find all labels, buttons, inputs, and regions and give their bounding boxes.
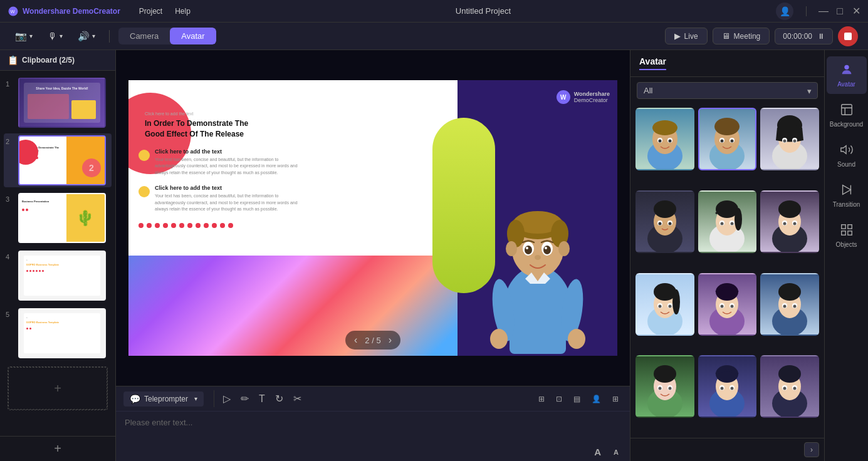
camera-tab[interactable]: Camera: [118, 28, 170, 44]
slide-section2-title: Click here to add the text: [155, 185, 298, 191]
page-counter: 2 / 5: [365, 336, 380, 345]
svg-point-104: [778, 365, 801, 383]
avatar-panel-footer: ›: [630, 438, 824, 461]
avatar-filter-select[interactable]: All Male Female Cartoon: [637, 82, 818, 99]
font-decrease-btn[interactable]: A: [610, 447, 622, 457]
svg-point-25: [652, 120, 677, 135]
avatar-card-10[interactable]: [635, 355, 694, 418]
avatar-scroll-right-btn[interactable]: ›: [804, 442, 819, 457]
menu-project[interactable]: Project: [139, 7, 162, 16]
user-account-btn[interactable]: 👤: [776, 3, 793, 20]
avatar-card-3[interactable]: [760, 108, 819, 170]
view-btn-3[interactable]: ▤: [570, 392, 584, 406]
next-slide-btn[interactable]: ›: [389, 334, 392, 346]
avatar-card-8[interactable]: [698, 273, 757, 336]
background-sidebar-label: Background: [830, 121, 863, 128]
sidebar-item-background[interactable]: Background: [827, 96, 867, 134]
view-btn-2[interactable]: ⊡: [552, 392, 566, 406]
meeting-label: Meeting: [734, 32, 761, 41]
teleprompter-toggle[interactable]: 💬 Teleprompter ▾: [123, 391, 204, 407]
avatar-card-5[interactable]: [698, 190, 757, 253]
slide-text-2: Click here to add the text Your text has…: [155, 185, 298, 213]
svg-point-107: [783, 387, 787, 390]
brand-name: Wondershare DemoCreator: [23, 7, 120, 16]
meeting-btn[interactable]: 🖥 Meeting: [713, 28, 770, 44]
pause-icon: ⏸: [817, 32, 825, 41]
avatar-card-1[interactable]: [635, 108, 694, 170]
slide-item-2[interactable]: 2 In Order To Demonstrate The Good Effec…: [4, 133, 112, 187]
avatar-filter-wrapper: All Male Female Cartoon: [637, 82, 818, 99]
teleprompter-bar: 💬 Teleprompter ▾ ▷ ✏ T ↻ ✂ ⊞ ⊡ ▤ 👤 ⊞: [116, 386, 630, 461]
svg-point-73: [668, 304, 671, 308]
live-btn[interactable]: ▶ Live: [665, 28, 708, 44]
slide-item-5[interactable]: 5 + GOPRO Business Template: [4, 306, 112, 360]
teleprompter-toolbar: ▷ ✏ T ↻ ✂: [214, 390, 530, 407]
view-btn-4[interactable]: 👤: [588, 392, 605, 406]
slide-item-4[interactable]: 4 + GOPRO Business Template: [4, 249, 112, 303]
teleprompter-repeat-btn[interactable]: ↻: [271, 390, 287, 407]
avatar-card-9[interactable]: [760, 273, 819, 336]
slide-section1-body: Your text has been, concise and beautifu…: [155, 157, 298, 177]
close-btn[interactable]: ✕: [852, 7, 860, 16]
teleprompter-scissors-btn[interactable]: ✂: [290, 390, 305, 407]
slide-item-1[interactable]: 1 Share Your Idea, Dazzle The World!: [4, 76, 112, 130]
sidebar-item-objects[interactable]: Objects: [827, 217, 867, 254]
avatar-card-11[interactable]: [698, 355, 757, 418]
avatar-sidebar-label: Avatar: [837, 81, 855, 88]
svg-marker-112: [842, 185, 850, 195]
sidebar-item-avatar[interactable]: Avatar: [827, 56, 867, 94]
timer-value: 00:00:00: [783, 32, 812, 41]
teleprompter-input[interactable]: Please enter text...: [116, 412, 630, 443]
svg-rect-115: [847, 225, 851, 229]
sidebar-item-sound[interactable]: Sound: [827, 137, 867, 174]
slide-item-3[interactable]: 3 Business Presentation 🌵: [4, 191, 112, 245]
svg-point-22: [568, 329, 585, 349]
avatar-card-12[interactable]: [760, 355, 819, 418]
slide-thumb-1: Share Your Idea, Dazzle The World!: [18, 78, 106, 128]
view-btn-1[interactable]: ⊞: [535, 392, 548, 406]
svg-rect-18: [510, 284, 566, 354]
slide-dots-row: [139, 223, 387, 228]
avatar-tab[interactable]: Avatar: [170, 28, 216, 44]
avatar-card-7[interactable]: [635, 273, 694, 336]
clipboard-icon: 📋: [8, 55, 18, 65]
slides-list: 1 Share Your Idea, Dazzle The World! 2: [0, 71, 115, 436]
view-btn-5[interactable]: ⊞: [609, 392, 622, 406]
transition-sidebar-label: Transition: [833, 201, 860, 208]
add-slide-footer: +: [0, 436, 115, 461]
menu-help[interactable]: Help: [175, 7, 191, 16]
speaker-control-btn[interactable]: 🔊 ▾: [73, 28, 100, 45]
center-content: Click here to add the text In Order To D…: [116, 50, 630, 461]
svg-point-93: [658, 387, 661, 390]
avatar-card-2[interactable]: [698, 108, 757, 170]
svg-point-64: [783, 222, 787, 225]
font-increase-btn[interactable]: A: [590, 445, 605, 458]
slide-yellow-dot-1: [139, 150, 150, 161]
teleprompter-text-btn[interactable]: T: [255, 391, 269, 407]
svg-point-15: [526, 247, 528, 249]
camera-control-btn[interactable]: 📷 ▾: [10, 28, 38, 45]
svg-point-61: [778, 200, 801, 218]
record-btn[interactable]: [838, 26, 858, 46]
window-title: Untitled Project: [191, 6, 776, 16]
teleprompter-view-controls: ⊞ ⊡ ▤ 👤 ⊞: [535, 392, 622, 406]
ws-text: Wondershare DemoCreator: [574, 91, 610, 103]
avatar-card-4[interactable]: [635, 190, 694, 253]
svg-rect-110: [841, 105, 852, 115]
svg-point-94: [668, 387, 671, 390]
mic-dropdown-icon: ▾: [60, 33, 63, 39]
svg-point-69: [672, 289, 680, 314]
avatar-card-6[interactable]: [760, 190, 819, 253]
sidebar-item-transition[interactable]: Transition: [827, 177, 867, 214]
mic-control-btn[interactable]: 🎙 ▾: [43, 28, 68, 44]
prev-slide-btn[interactable]: ‹: [354, 334, 357, 346]
svg-point-97: [716, 365, 738, 383]
add-new-slide-btn[interactable]: +: [54, 442, 61, 456]
add-slide-btn[interactable]: +: [8, 367, 107, 410]
minimize-btn[interactable]: —: [819, 7, 828, 16]
maximize-btn[interactable]: □: [835, 7, 844, 16]
teleprompter-pen-btn[interactable]: ✏: [237, 390, 253, 407]
sound-icon: [840, 143, 854, 158]
teleprompter-cursor-btn[interactable]: ▷: [219, 390, 234, 407]
live-label: Live: [684, 32, 698, 41]
